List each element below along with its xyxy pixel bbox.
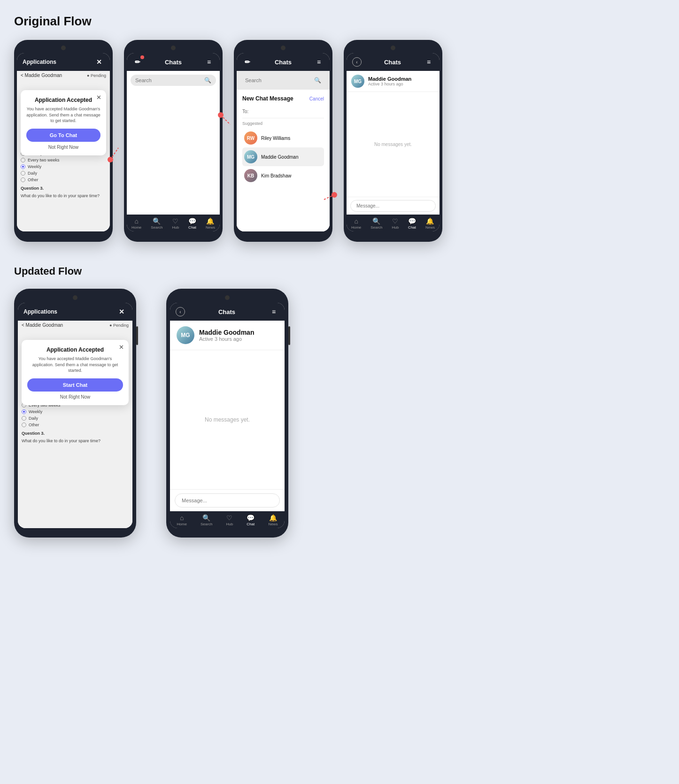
nav-chat-u2[interactable]: 💬Chat xyxy=(247,514,255,526)
go-to-chat-button[interactable]: Go To Chat xyxy=(26,129,100,142)
menu-icon-4[interactable]: ≡ xyxy=(424,57,434,67)
updated-screen2: ‹ Chats ≡ MG Maddie Goodman Active 3 hou… xyxy=(170,303,285,528)
screen-u1-header: Applications ✕ xyxy=(18,303,132,321)
chats-empty-2 xyxy=(127,90,220,215)
search-input-2[interactable] xyxy=(135,77,202,83)
nav-news-u2[interactable]: 🔔News xyxy=(268,514,278,526)
screen-u2-title: Chats xyxy=(218,308,235,315)
r-daily-u1 xyxy=(22,416,26,421)
updated-flow-title: Updated Flow xyxy=(14,265,665,277)
contact-maddie[interactable]: MG Maddie Goodman xyxy=(242,147,324,166)
back-link-u1[interactable]: < Maddie Goodman xyxy=(22,323,63,328)
contact-kim-name: Kim Bradshaw xyxy=(261,173,291,178)
search-input-3[interactable] xyxy=(245,77,312,83)
new-chat-modal: New Chat Message Cancel To: Suggested RW… xyxy=(237,90,330,231)
screen3-search-area: 🔍 xyxy=(237,71,330,90)
nav-news-4[interactable]: 🔔News xyxy=(425,217,435,230)
back-link-1[interactable]: < Maddie Goodman xyxy=(21,73,62,78)
message-input-4[interactable] xyxy=(350,200,436,212)
nav-hub-u2[interactable]: ♡Hub xyxy=(226,514,233,526)
menu-icon-u2[interactable]: ≡ xyxy=(269,307,279,317)
nav-news-2[interactable]: 🔔News xyxy=(206,217,215,230)
chat-icon-2: 💬 xyxy=(188,217,196,225)
screen2-body: 🔍 xyxy=(127,71,220,215)
menu-icon-3[interactable]: ≡ xyxy=(314,57,324,67)
updated-flow-row: Applications ✕ < Maddie Goodman ● Pendin… xyxy=(14,289,665,538)
chat-user-bar-u2: MG Maddie Goodman Active 3 hours ago xyxy=(170,321,285,350)
contact-kim[interactable]: KB Kim Bradshaw xyxy=(242,166,324,185)
radio-other-1 xyxy=(21,177,25,182)
avatar-kim: KB xyxy=(244,169,257,182)
chat-user-info-u2: Maddie Goodman Active 3 hours ago xyxy=(199,329,254,342)
original-flow-container: Applications ✕ < Maddie Goodman ● Pendin… xyxy=(14,40,665,242)
nav-hub-2[interactable]: ♡Hub xyxy=(172,217,179,230)
r-weekly-u1 xyxy=(22,409,26,414)
cancel-new-chat[interactable]: Cancel xyxy=(309,96,324,101)
modal-close-u1[interactable]: ✕ xyxy=(119,344,124,351)
modal-body-1: You have accepted Maddie Goodman's appli… xyxy=(26,106,100,124)
nav-hub-4[interactable]: ♡Hub xyxy=(392,217,399,230)
updated-flow-container: Applications ✕ < Maddie Goodman ● Pendin… xyxy=(14,289,665,538)
radio-twoweeks-1 xyxy=(21,158,25,162)
bottom-nav-4: ⌂Home 🔍Search ♡Hub 💬Chat 🔔News xyxy=(347,215,440,231)
chat-user-info-4: Maddie Goodman Active 3 hours ago xyxy=(368,76,411,86)
search-icon-2: 🔍 xyxy=(204,77,211,84)
avatar-riley: RW xyxy=(244,131,257,145)
start-chat-button[interactable]: Start Chat xyxy=(27,378,123,392)
hub-icon-2: ♡ xyxy=(172,217,178,225)
search-nav-icon-4: 🔍 xyxy=(372,217,380,225)
application-accepted-modal: ✕ Application Accepted You have accepted… xyxy=(21,90,106,155)
radio-weekly-1 xyxy=(21,164,25,169)
hub-icon-u2: ♡ xyxy=(226,514,232,522)
contact-maddie-name: Maddie Goodman xyxy=(261,154,299,160)
screen-u2-body: MG Maddie Goodman Active 3 hours ago No … xyxy=(170,321,285,511)
original-screen3-phone: ✏ Chats ≡ 🔍 New Chat xyxy=(234,40,332,242)
q2-option-other-1: Other xyxy=(21,177,106,182)
chat-user-name-u2: Maddie Goodman xyxy=(199,329,254,336)
q2-option-weekly-1: Weekly xyxy=(21,164,106,169)
modal-close-1[interactable]: ✕ xyxy=(96,94,101,101)
search-nav-icon-u2: 🔍 xyxy=(202,514,210,522)
screen3-body: New Chat Message Cancel To: Suggested RW… xyxy=(237,90,330,231)
message-input-u2[interactable] xyxy=(175,493,280,507)
pending-badge-1: ● Pending xyxy=(87,73,106,78)
pending-badge-u1: ● Pending xyxy=(109,323,129,328)
original-flow-row: Applications ✕ < Maddie Goodman ● Pendin… xyxy=(14,40,665,242)
phone-notch-3 xyxy=(281,46,285,50)
phone-notch-2 xyxy=(171,46,176,50)
compose-icon-container: ✏ xyxy=(132,57,143,67)
menu-icon-2[interactable]: ≡ xyxy=(204,57,214,67)
search-bar-2: 🔍 xyxy=(131,75,216,86)
nav-chat-2[interactable]: 💬Chat xyxy=(188,217,196,230)
q3-block-u1: Question 3. What do you like to do in yo… xyxy=(22,431,129,443)
no-messages-u2: No messages yet. xyxy=(205,416,250,423)
not-right-now-button-u1[interactable]: Not Right Now xyxy=(27,394,123,400)
back-circle-u2[interactable]: ‹ xyxy=(176,307,185,316)
side-btn-u1 xyxy=(136,326,138,345)
nav-search-2[interactable]: 🔍Search xyxy=(151,217,162,230)
not-right-now-button-1[interactable]: Not Right Now xyxy=(26,145,100,150)
back-circle-4[interactable]: ‹ xyxy=(352,57,362,67)
close-icon-u1[interactable]: ✕ xyxy=(116,307,127,317)
nav-home-4[interactable]: ⌂Home xyxy=(351,217,361,230)
nav-search-4[interactable]: 🔍Search xyxy=(370,217,382,230)
original-screen2-phone: ✏ Chats ≡ 🔍 ⌂Home xyxy=(124,40,223,242)
screen2-title: Chats xyxy=(165,59,182,66)
nav-home-u2[interactable]: ⌂Home xyxy=(177,514,187,526)
original-flow-title: Original Flow xyxy=(14,14,665,29)
original-screen1-phone: Applications ✕ < Maddie Goodman ● Pendin… xyxy=(14,40,113,242)
hub-icon-4: ♡ xyxy=(392,217,398,225)
close-icon-1[interactable]: ✕ xyxy=(94,57,104,67)
news-icon-u2: 🔔 xyxy=(269,514,277,522)
nav-home-2[interactable]: ⌂Home xyxy=(131,217,141,230)
original-screen4-phone: ‹ Chats ≡ MG Maddie Goodman Active 3 hou… xyxy=(344,40,442,242)
screen1-body: ✕ Application Accepted You have accepted… xyxy=(17,81,110,231)
original-screen3: ✏ Chats ≡ 🔍 New Chat xyxy=(237,53,330,231)
contact-riley[interactable]: RW Riley Williams xyxy=(242,129,324,147)
radio-daily-1 xyxy=(21,171,25,176)
to-field: To: xyxy=(242,107,324,118)
nav-chat-4[interactable]: 💬Chat xyxy=(408,217,416,230)
avatar-maddie-4: MG xyxy=(351,75,364,88)
nav-search-u2[interactable]: 🔍Search xyxy=(201,514,212,526)
compose-icon-3[interactable]: ✏ xyxy=(242,57,253,67)
